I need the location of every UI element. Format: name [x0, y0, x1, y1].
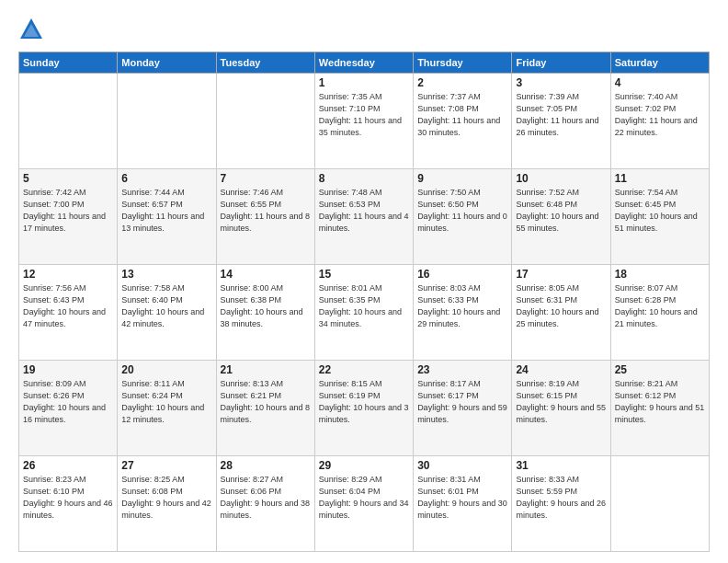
day-info: Sunrise: 8:03 AM Sunset: 6:33 PM Dayligh… — [417, 282, 507, 330]
calendar-cell: 10Sunrise: 7:52 AM Sunset: 6:48 PM Dayli… — [512, 169, 610, 265]
calendar-cell: 20Sunrise: 8:11 AM Sunset: 6:24 PM Dayli… — [118, 361, 216, 456]
calendar-cell: 27Sunrise: 8:25 AM Sunset: 6:08 PM Dayli… — [118, 456, 216, 552]
calendar-cell: 24Sunrise: 8:19 AM Sunset: 6:15 PM Dayli… — [512, 361, 610, 456]
calendar-cell: 17Sunrise: 8:05 AM Sunset: 6:31 PM Dayli… — [512, 265, 610, 361]
calendar-table: SundayMondayTuesdayWednesdayThursdayFrid… — [18, 52, 710, 552]
calendar-cell: 25Sunrise: 8:21 AM Sunset: 6:12 PM Dayli… — [610, 361, 709, 456]
day-info: Sunrise: 7:44 AM Sunset: 6:57 PM Dayligh… — [121, 187, 211, 235]
day-number: 12 — [23, 268, 113, 281]
calendar-cell — [19, 74, 118, 169]
day-of-week-header: Friday — [512, 52, 610, 74]
day-number: 18 — [615, 268, 705, 281]
calendar-cell: 1Sunrise: 7:35 AM Sunset: 7:10 PM Daylig… — [314, 74, 413, 169]
day-info: Sunrise: 8:05 AM Sunset: 6:31 PM Dayligh… — [516, 282, 606, 330]
day-info: Sunrise: 7:35 AM Sunset: 7:10 PM Dayligh… — [319, 91, 409, 139]
day-info: Sunrise: 7:52 AM Sunset: 6:48 PM Dayligh… — [516, 187, 606, 235]
day-info: Sunrise: 7:40 AM Sunset: 7:02 PM Dayligh… — [615, 91, 705, 139]
calendar-cell: 29Sunrise: 8:29 AM Sunset: 6:04 PM Dayli… — [314, 456, 413, 552]
day-info: Sunrise: 7:39 AM Sunset: 7:05 PM Dayligh… — [516, 91, 606, 139]
day-number: 8 — [319, 172, 409, 185]
calendar-cell: 14Sunrise: 8:00 AM Sunset: 6:38 PM Dayli… — [216, 265, 314, 361]
calendar-cell: 12Sunrise: 7:56 AM Sunset: 6:43 PM Dayli… — [19, 265, 118, 361]
day-number: 5 — [23, 172, 113, 185]
day-of-week-header: Wednesday — [314, 52, 413, 74]
day-number: 9 — [417, 172, 507, 185]
calendar-cell — [118, 74, 216, 169]
day-info: Sunrise: 7:37 AM Sunset: 7:08 PM Dayligh… — [417, 91, 507, 139]
calendar-cell: 30Sunrise: 8:31 AM Sunset: 6:01 PM Dayli… — [414, 456, 512, 552]
day-info: Sunrise: 8:19 AM Sunset: 6:15 PM Dayligh… — [516, 378, 606, 426]
day-info: Sunrise: 7:50 AM Sunset: 6:50 PM Dayligh… — [417, 187, 507, 235]
day-number: 21 — [221, 363, 311, 376]
day-info: Sunrise: 8:15 AM Sunset: 6:19 PM Dayligh… — [319, 378, 409, 426]
page: SundayMondayTuesdayWednesdayThursdayFrid… — [0, 0, 728, 563]
day-number: 19 — [23, 363, 113, 376]
calendar-cell: 9Sunrise: 7:50 AM Sunset: 6:50 PM Daylig… — [414, 169, 512, 265]
day-number: 10 — [516, 172, 606, 185]
day-info: Sunrise: 8:01 AM Sunset: 6:35 PM Dayligh… — [319, 282, 409, 330]
day-info: Sunrise: 8:07 AM Sunset: 6:28 PM Dayligh… — [615, 282, 705, 330]
calendar-cell: 18Sunrise: 8:07 AM Sunset: 6:28 PM Dayli… — [610, 265, 709, 361]
calendar-cell: 26Sunrise: 8:23 AM Sunset: 6:10 PM Dayli… — [19, 456, 118, 552]
calendar-cell: 8Sunrise: 7:48 AM Sunset: 6:53 PM Daylig… — [314, 169, 413, 265]
day-info: Sunrise: 7:54 AM Sunset: 6:45 PM Dayligh… — [615, 187, 705, 235]
calendar-cell: 23Sunrise: 8:17 AM Sunset: 6:17 PM Dayli… — [414, 361, 512, 456]
calendar-cell: 7Sunrise: 7:46 AM Sunset: 6:55 PM Daylig… — [216, 169, 314, 265]
day-of-week-header: Monday — [118, 52, 216, 74]
calendar-header-row: SundayMondayTuesdayWednesdayThursdayFrid… — [19, 52, 710, 74]
calendar-cell: 22Sunrise: 8:15 AM Sunset: 6:19 PM Dayli… — [314, 361, 413, 456]
calendar-cell: 31Sunrise: 8:33 AM Sunset: 5:59 PM Dayli… — [512, 456, 610, 552]
day-number: 27 — [121, 459, 211, 472]
day-number: 1 — [319, 76, 409, 89]
calendar-cell: 5Sunrise: 7:42 AM Sunset: 7:00 PM Daylig… — [19, 169, 118, 265]
day-info: Sunrise: 7:48 AM Sunset: 6:53 PM Dayligh… — [319, 187, 409, 235]
calendar-cell: 21Sunrise: 8:13 AM Sunset: 6:21 PM Dayli… — [216, 361, 314, 456]
day-info: Sunrise: 8:11 AM Sunset: 6:24 PM Dayligh… — [121, 378, 211, 426]
calendar-cell: 15Sunrise: 8:01 AM Sunset: 6:35 PM Dayli… — [314, 265, 413, 361]
calendar-week-row: 26Sunrise: 8:23 AM Sunset: 6:10 PM Dayli… — [19, 456, 710, 552]
logo-icon — [18, 17, 44, 42]
day-number: 4 — [615, 76, 705, 89]
calendar-cell: 11Sunrise: 7:54 AM Sunset: 6:45 PM Dayli… — [610, 169, 709, 265]
calendar-cell: 2Sunrise: 7:37 AM Sunset: 7:08 PM Daylig… — [414, 74, 512, 169]
day-number: 29 — [319, 459, 409, 472]
day-info: Sunrise: 8:21 AM Sunset: 6:12 PM Dayligh… — [615, 378, 705, 426]
day-number: 6 — [121, 172, 211, 185]
day-number: 16 — [417, 268, 507, 281]
day-number: 7 — [221, 172, 311, 185]
day-number: 14 — [221, 268, 311, 281]
day-number: 31 — [516, 459, 606, 472]
calendar-cell: 13Sunrise: 7:58 AM Sunset: 6:40 PM Dayli… — [118, 265, 216, 361]
day-number: 26 — [23, 459, 113, 472]
day-info: Sunrise: 8:33 AM Sunset: 5:59 PM Dayligh… — [516, 474, 606, 522]
day-info: Sunrise: 8:09 AM Sunset: 6:26 PM Dayligh… — [23, 378, 113, 426]
day-number: 28 — [221, 459, 311, 472]
day-info: Sunrise: 8:31 AM Sunset: 6:01 PM Dayligh… — [417, 474, 507, 522]
day-number: 22 — [319, 363, 409, 376]
day-info: Sunrise: 7:42 AM Sunset: 7:00 PM Dayligh… — [23, 187, 113, 235]
calendar-week-row: 5Sunrise: 7:42 AM Sunset: 7:00 PM Daylig… — [19, 169, 710, 265]
calendar-cell — [216, 74, 314, 169]
day-number: 15 — [319, 268, 409, 281]
day-info: Sunrise: 8:25 AM Sunset: 6:08 PM Dayligh… — [121, 474, 211, 522]
day-number: 17 — [516, 268, 606, 281]
day-of-week-header: Tuesday — [216, 52, 314, 74]
day-info: Sunrise: 8:29 AM Sunset: 6:04 PM Dayligh… — [319, 474, 409, 522]
day-info: Sunrise: 8:13 AM Sunset: 6:21 PM Dayligh… — [221, 378, 311, 426]
day-info: Sunrise: 7:56 AM Sunset: 6:43 PM Dayligh… — [23, 282, 113, 330]
calendar-cell: 28Sunrise: 8:27 AM Sunset: 6:06 PM Dayli… — [216, 456, 314, 552]
day-number: 2 — [417, 76, 507, 89]
calendar-cell: 16Sunrise: 8:03 AM Sunset: 6:33 PM Dayli… — [414, 265, 512, 361]
day-info: Sunrise: 8:17 AM Sunset: 6:17 PM Dayligh… — [417, 378, 507, 426]
day-of-week-header: Saturday — [610, 52, 709, 74]
day-number: 23 — [417, 363, 507, 376]
calendar-week-row: 1Sunrise: 7:35 AM Sunset: 7:10 PM Daylig… — [19, 74, 710, 169]
day-info: Sunrise: 8:23 AM Sunset: 6:10 PM Dayligh… — [23, 474, 113, 522]
calendar-week-row: 19Sunrise: 8:09 AM Sunset: 6:26 PM Dayli… — [19, 361, 710, 456]
day-number: 11 — [615, 172, 705, 185]
calendar-cell: 4Sunrise: 7:40 AM Sunset: 7:02 PM Daylig… — [610, 74, 709, 169]
logo — [18, 17, 48, 42]
day-info: Sunrise: 7:46 AM Sunset: 6:55 PM Dayligh… — [221, 187, 311, 235]
calendar-cell: 6Sunrise: 7:44 AM Sunset: 6:57 PM Daylig… — [118, 169, 216, 265]
calendar-cell: 3Sunrise: 7:39 AM Sunset: 7:05 PM Daylig… — [512, 74, 610, 169]
